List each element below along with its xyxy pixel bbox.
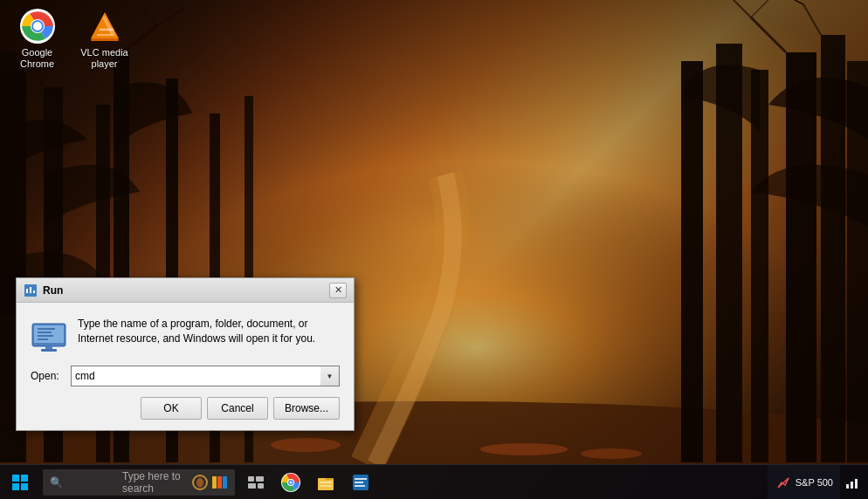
run-input-wrapper: ▼	[71, 366, 340, 386]
stock-icon	[775, 474, 792, 491]
svg-rect-56	[12, 483, 19, 490]
run-dialog-description: Type the name of a program, folder, docu…	[78, 317, 340, 346]
windows-logo-icon	[12, 475, 28, 490]
svg-rect-74	[355, 478, 367, 480]
svg-marker-77	[778, 478, 789, 488]
svg-rect-43	[26, 289, 28, 293]
run-folder-icon	[31, 317, 67, 353]
svg-point-35	[33, 22, 42, 31]
run-cancel-button[interactable]: Cancel	[207, 397, 268, 420]
run-command-input[interactable]	[71, 366, 340, 386]
run-open-label: Open:	[31, 370, 64, 382]
run-dialog: Run ✕ Type the name	[16, 277, 355, 431]
taskbar-app-icon	[351, 473, 370, 492]
desktop-icon-chrome[interactable]: Google Chrome	[4, 5, 70, 73]
run-dialog-title: Run	[43, 284, 329, 297]
run-top-section: Type the name of a program, folder, docu…	[31, 317, 340, 353]
svg-rect-63	[256, 476, 264, 482]
search-placeholder: Type here to search	[122, 470, 191, 495]
file-explorer-icon	[316, 473, 335, 492]
start-button[interactable]	[0, 465, 39, 500]
stock-label: S&P 500	[796, 477, 833, 488]
svg-rect-64	[248, 483, 256, 489]
run-dropdown-button[interactable]: ▼	[320, 366, 340, 386]
svg-rect-54	[12, 475, 19, 482]
run-close-button[interactable]: ✕	[329, 283, 347, 298]
task-view-icon	[248, 476, 264, 489]
run-ok-button[interactable]: OK	[141, 397, 202, 420]
taskbar-file-explorer-button[interactable]	[308, 465, 343, 500]
stock-ticker[interactable]: S&P 500	[768, 465, 840, 500]
taskbar-chrome-icon	[281, 473, 300, 492]
task-view-button[interactable]	[238, 465, 273, 500]
svg-rect-47	[34, 325, 64, 343]
system-tray[interactable]	[840, 465, 865, 500]
taskbar-right: S&P 500	[768, 465, 868, 500]
svg-rect-59	[212, 476, 217, 489]
svg-rect-65	[258, 483, 264, 489]
taskbar-search-bar[interactable]: 🔍 Type here to search	[43, 469, 235, 496]
svg-rect-79	[846, 484, 849, 489]
desktop-icon-vlc[interactable]: VLC media player	[72, 5, 137, 73]
svg-rect-41	[91, 38, 119, 41]
run-browse-button[interactable]: Browse...	[273, 397, 340, 420]
svg-rect-44	[30, 287, 31, 293]
svg-rect-55	[21, 475, 28, 482]
svg-rect-45	[33, 291, 35, 293]
svg-rect-57	[21, 483, 28, 490]
svg-rect-61	[223, 476, 227, 489]
svg-rect-72	[320, 485, 332, 487]
run-titlebar[interactable]: Run ✕	[17, 278, 354, 303]
desktop: Google Chrome VLC media player	[0, 0, 868, 499]
vlc-icon-label: VLC media player	[75, 47, 134, 70]
network-icon	[845, 475, 859, 489]
svg-rect-60	[217, 476, 222, 489]
search-icon: 🔍	[50, 476, 119, 489]
search-books-icon	[210, 474, 228, 491]
svg-rect-62	[248, 476, 254, 482]
run-dialog-content: Type the name of a program, folder, docu…	[17, 303, 354, 430]
chrome-icon-label: Google Chrome	[8, 47, 66, 70]
run-title-icon	[24, 284, 38, 297]
run-open-row: Open: ▼	[31, 366, 340, 386]
taskbar-app-button[interactable]	[343, 465, 378, 500]
svg-rect-75	[355, 482, 363, 483]
taskbar: 🔍 Type here to search	[0, 464, 868, 499]
svg-rect-76	[355, 485, 365, 487]
svg-rect-80	[851, 482, 853, 489]
chrome-icon	[20, 9, 55, 44]
taskbar-chrome-button[interactable]	[273, 465, 308, 500]
cortana-icon	[191, 474, 209, 491]
run-buttons: OK Cancel Browse...	[31, 397, 340, 420]
svg-rect-71	[320, 482, 332, 483]
svg-rect-53	[41, 349, 57, 352]
svg-point-69	[290, 481, 293, 483]
svg-rect-81	[855, 479, 858, 489]
svg-rect-70	[318, 478, 334, 490]
vlc-icon	[87, 9, 122, 44]
